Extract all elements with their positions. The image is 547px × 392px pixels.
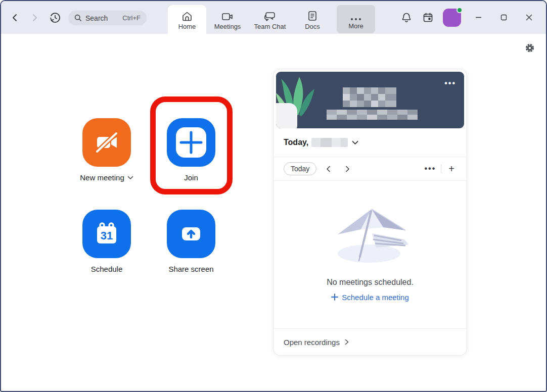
chevron-right-icon[interactable] (340, 161, 355, 176)
tab-more[interactable]: More (337, 5, 375, 33)
chevron-down-icon[interactable] (127, 176, 133, 180)
meetings-video-icon (221, 10, 234, 21)
chevron-down-icon[interactable] (352, 140, 358, 145)
avatar[interactable] (443, 9, 461, 27)
tab-meetings[interactable]: Meetings (206, 5, 249, 34)
main-content: New meeting Join 31 (1, 34, 546, 392)
calendar-icon[interactable] (420, 10, 436, 26)
redacted-date-inline (311, 138, 348, 147)
minimize-icon[interactable] (468, 8, 488, 28)
tab-bar: Home Meetings Team Chat Docs (168, 1, 375, 34)
schedule-button[interactable]: 31 Schedule (74, 210, 140, 273)
join-button[interactable]: Join (158, 118, 224, 182)
gear-icon[interactable] (525, 43, 535, 53)
empty-state: No meetings scheduled. Schedule a meetin… (274, 181, 467, 328)
today-header-row: Today, (274, 128, 467, 157)
profile-banner: ••• (276, 72, 464, 128)
tab-docs[interactable]: Docs (291, 5, 334, 34)
meetings-panel: ••• Today, Today (273, 69, 467, 356)
open-recordings-link[interactable]: Open recordings (274, 328, 467, 355)
schedule-a-meeting-label: Schedule a meeting (342, 293, 409, 302)
redacted-time (343, 87, 396, 107)
action-label: Schedule (91, 265, 123, 273)
titlebar: Search Ctrl+F Home Meetings Team Chat (1, 1, 546, 34)
banner-ellipsis-icon[interactable]: ••• (444, 79, 456, 88)
screen-share-arrow-icon (167, 210, 215, 258)
tab-team-chat[interactable]: Team Chat (249, 5, 291, 34)
toolbar-plus-icon[interactable]: + (446, 163, 457, 175)
calendar-31-icon: 31 (82, 210, 131, 258)
schedule-a-meeting-link[interactable]: Schedule a meeting (331, 293, 409, 302)
toolbar-right: ••• + (425, 163, 457, 175)
search-shortcut: Ctrl+F (122, 14, 141, 22)
video-off-icon (82, 118, 131, 167)
home-icon (181, 10, 193, 21)
zoom-app-window: Search Ctrl+F Home Meetings Team Chat (0, 0, 547, 392)
plant-illustration (276, 72, 332, 128)
search-icon (74, 14, 82, 22)
maximize-icon[interactable] (493, 8, 514, 28)
open-recordings-label: Open recordings (284, 338, 340, 347)
tab-label: Docs (305, 23, 320, 30)
tab-label: Team Chat (254, 23, 286, 30)
tab-home[interactable]: Home (168, 5, 206, 34)
tab-label: Home (178, 23, 196, 30)
chevron-left-icon[interactable] (321, 161, 336, 176)
toolbar-ellipsis-icon[interactable]: ••• (425, 164, 436, 173)
toolbar-divider (441, 164, 441, 173)
forward-arrow-icon[interactable] (29, 12, 40, 23)
beach-umbrella-illustration (330, 204, 411, 266)
back-arrow-icon[interactable] (9, 12, 20, 23)
titlebar-right (398, 1, 539, 34)
calendar-day-number: 31 (101, 229, 113, 242)
chevron-right-icon (345, 339, 349, 345)
today-heading: Today, (284, 138, 308, 147)
redacted-date (327, 110, 418, 120)
join-plus-icon (167, 118, 215, 167)
calendar-toolbar: Today ••• + (274, 157, 467, 181)
new-meeting-button[interactable]: New meeting (74, 118, 140, 182)
presence-status-dot (457, 7, 463, 13)
search-input[interactable]: Search Ctrl+F (68, 11, 147, 25)
tab-label: Meetings (214, 23, 241, 30)
team-chat-icon (264, 10, 276, 21)
bell-icon[interactable] (398, 10, 415, 26)
more-ellipsis-icon (350, 10, 361, 21)
tab-label: More (348, 22, 363, 30)
search-placeholder: Search (85, 14, 108, 22)
history-icon[interactable] (49, 11, 62, 24)
close-icon[interactable] (519, 8, 539, 28)
action-label: Join (184, 173, 198, 182)
today-button[interactable]: Today (284, 162, 316, 175)
action-label: New meeting (80, 173, 124, 182)
docs-icon (308, 10, 317, 21)
action-label: Share screen (168, 265, 213, 273)
share-screen-button[interactable]: Share screen (158, 210, 224, 273)
empty-state-message: No meetings scheduled. (327, 278, 414, 287)
plus-icon (331, 293, 338, 301)
